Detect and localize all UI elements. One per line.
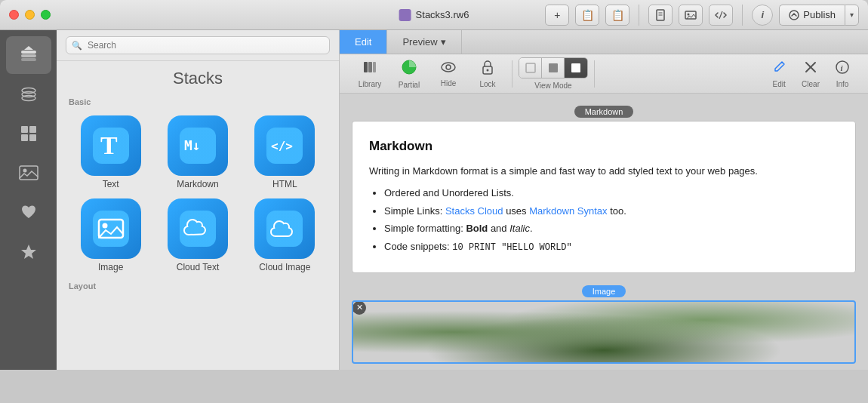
cloud-image-stack-icon [254, 198, 315, 259]
search-icon: 🔍 [72, 41, 82, 51]
stack-item-cloud-image[interactable]: Cloud Image [246, 198, 324, 272]
page-icon-button[interactable] [648, 5, 673, 26]
maximize-button[interactable] [41, 10, 51, 20]
clear-icon [803, 60, 818, 78]
list-item-2: Simple Links: Stacks Cloud uses Markdown… [384, 204, 839, 219]
svg-rect-17 [29, 134, 36, 141]
stack-item-image[interactable]: Image [72, 198, 149, 272]
image-block-container: Image ✕ [352, 285, 856, 364]
publish-button-group: Publish ▾ [779, 5, 859, 26]
markdown-icon-svg: M↓ [180, 128, 216, 164]
copy-button[interactable]: 📋 [575, 5, 599, 26]
svg-rect-18 [20, 166, 38, 180]
markdown-heading: Markdown [369, 137, 839, 156]
sidebar-item-media[interactable] [6, 154, 51, 192]
tool-info-btn[interactable]: i Info [829, 57, 856, 91]
vm-btn-2[interactable] [542, 58, 565, 78]
tool-partial[interactable]: Partial [391, 56, 427, 92]
publish-dropdown-button[interactable]: ▾ [845, 5, 859, 26]
svg-line-5 [719, 11, 722, 19]
image-block: ✕ [352, 300, 856, 364]
tool-library[interactable]: Library [352, 57, 388, 91]
vm-btn-3[interactable] [565, 58, 587, 78]
tool-lock[interactable]: Lock [469, 57, 506, 91]
list-item-4: Code snippets: 10 PRINT "HELLO WORLD" [384, 239, 839, 254]
cloud-text-icon-svg [180, 211, 216, 247]
grid-icon [20, 125, 38, 143]
close-button[interactable] [9, 10, 19, 20]
markdown-list: Ordered and Unordered Lists. Simple Link… [369, 186, 839, 254]
media-icon [685, 9, 697, 21]
markdown-syntax-link[interactable]: Markdown Syntax [529, 205, 607, 217]
stacks-cloud-link[interactable]: Stacks Cloud [445, 205, 503, 217]
svg-rect-34 [373, 62, 376, 72]
basic-section-label: Basic [57, 94, 339, 109]
separator [639, 5, 639, 26]
tool-hide[interactable]: Hide [430, 57, 466, 91]
partial-icon [401, 59, 417, 79]
svg-text:T: T [100, 131, 118, 159]
tab-preview[interactable]: Preview ▾ [387, 30, 461, 54]
tool-clear-btn[interactable]: Clear [796, 57, 826, 91]
text-icon-svg: T [93, 128, 129, 164]
html-icon-svg: </> [266, 128, 303, 164]
sidebar-icons [0, 30, 57, 370]
partial-label: Partial [399, 81, 420, 89]
svg-point-36 [442, 63, 455, 72]
svg-rect-40 [526, 63, 535, 72]
svg-rect-32 [364, 62, 368, 72]
sidebar-item-layers[interactable] [6, 75, 51, 113]
traffic-lights [9, 10, 51, 20]
tab-edit[interactable]: Edit [340, 30, 387, 54]
hide-label: Hide [441, 79, 457, 88]
code-icon-button[interactable] [709, 5, 733, 26]
stacks-grid: T Text M↓ Markdown [57, 109, 339, 278]
info-tool-label: Info [836, 80, 849, 88]
stack-item-text[interactable]: T Text [72, 115, 149, 189]
svg-rect-7 [21, 51, 36, 54]
text-stack-label: Text [103, 179, 119, 189]
library-label: Library [359, 80, 382, 88]
sidebar-item-favorites[interactable] [6, 193, 51, 231]
svg-point-19 [23, 169, 26, 173]
paste-button[interactable]: 📋 [605, 5, 629, 26]
content-scroll: Markdown Markdown Writing in Markdown fo… [340, 94, 868, 370]
svg-text:i: i [841, 63, 844, 72]
svg-point-37 [446, 65, 451, 69]
lock-icon [482, 60, 494, 78]
search-input[interactable] [66, 36, 330, 54]
media-icon-button[interactable] [679, 5, 703, 26]
sidebar-item-stacks[interactable] [6, 36, 51, 74]
svg-rect-8 [21, 54, 36, 57]
markdown-stack-label: Markdown [177, 179, 218, 189]
info-button[interactable]: i [752, 5, 773, 26]
separator2 [742, 5, 743, 26]
svg-rect-9 [21, 58, 36, 61]
tool-edit-btn[interactable]: Edit [765, 57, 793, 91]
image-block-close-button[interactable]: ✕ [352, 301, 366, 315]
library-icon [362, 60, 377, 78]
minimize-button[interactable] [25, 10, 35, 20]
html-stack-label: HTML [272, 179, 297, 189]
cloud-text-stack-label: Cloud Text [177, 262, 219, 272]
clear-label: Clear [802, 80, 820, 88]
titlebar-right: + 📋 📋 i [545, 5, 859, 26]
sidebar-item-starred[interactable] [6, 232, 51, 270]
stack-item-html[interactable]: </> HTML [246, 115, 324, 189]
stack-item-cloud-text[interactable]: Cloud Text [159, 198, 236, 272]
markdown-stack-icon: M↓ [168, 115, 228, 176]
view-mode-group [519, 57, 588, 78]
page-icon [654, 9, 666, 21]
stack-item-markdown[interactable]: M↓ Markdown [159, 115, 236, 189]
info-icon: i [762, 9, 765, 20]
publish-button[interactable]: Publish [779, 5, 845, 26]
image-preview [353, 302, 854, 362]
main-layout: 🔍 Stacks Basic T Text [0, 30, 868, 370]
add-button[interactable]: + [545, 5, 569, 26]
sidebar-item-grid[interactable] [6, 115, 51, 152]
search-wrap: 🔍 [66, 36, 330, 54]
edit-label: Edit [772, 80, 785, 88]
vm-btn-1[interactable] [519, 58, 542, 78]
tool-separator-2 [594, 60, 595, 88]
image-block-label-row: Image [352, 285, 856, 297]
